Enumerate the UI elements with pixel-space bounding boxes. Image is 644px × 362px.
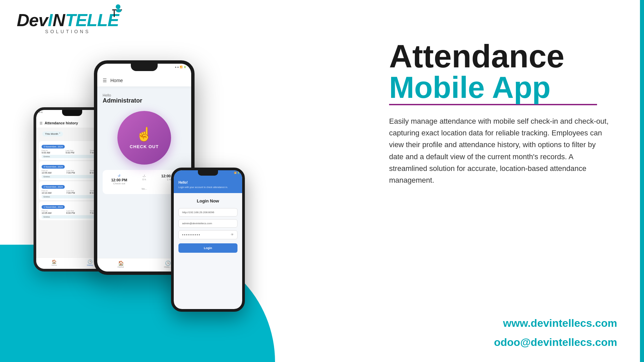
phone-login-notch [198,170,218,176]
footer-links: www.devintellecs.com odoo@devintellecs.c… [494,317,617,349]
entry-date-3: 2 November, 2024 [42,185,65,189]
entry-date-2: 4 November, 2024 [42,165,65,169]
footer-email[interactable]: odoo@devintellecs.com [494,336,617,349]
eye-icon[interactable]: 👁 [231,233,234,236]
logo-n: N [53,10,65,30]
login-status-icons: 📶 🔋 [234,172,239,174]
right-content: Attendance Mobile App Easily manage atte… [389,40,617,186]
entry-date-1: 5 November, 2024 [42,145,65,148]
entries-expand-3[interactable]: Entries▼ [42,195,103,198]
svg-rect-2 [114,10,115,17]
phone-main-notch [131,64,158,71]
main-menu-icon[interactable]: ☰ [103,78,107,83]
description-text: Easily manage attendance with mobile sel… [389,115,610,186]
logo-in: I [48,10,52,30]
menu-icon[interactable]: ☰ [40,121,43,125]
dash-col: -/- 0 h [132,174,157,185]
checkout-time-label: Check out [107,182,132,185]
headline-mobile-app: Mobile App [389,72,617,103]
login-button[interactable]: Login [178,243,237,253]
hand-icon: ☝ [136,126,153,142]
login-password-field[interactable]: •••••••••• 👁 [178,230,237,239]
phone-history-notch [62,110,82,116]
login-title: Login Now [178,198,237,203]
month-filter[interactable]: This Month ˅ [42,131,63,136]
main-header: ☰ Home [97,68,191,86]
checkout-time: 12:00 PM [107,178,132,182]
history-title: Attendance history [45,121,78,125]
main-nav-home[interactable]: 🏠 Home [97,260,144,268]
login-email-field[interactable]: admin@devintellecs.com [178,219,237,228]
phones-area: 9:41 ▲▲ 📶 🔋 ☰ Attendance history This Mo… [10,40,285,342]
login-sub: Login with your account to check attenda… [178,186,237,189]
headline-attendance: Attendance [389,40,617,72]
main-header-title: Home [110,78,123,83]
logo: Dev I N TELLE SOLUTIONS [17,10,119,35]
login-hello: Hello! [178,181,237,184]
entry-date-4: 1 November, 2024 [42,205,65,209]
svg-point-0 [116,4,120,9]
status-time: 9:41 [39,111,43,114]
nav-home[interactable]: 🏠 Home [36,259,72,266]
login-form: Login Now http://192.168.29.208:8096 adm… [174,193,242,258]
phone-login-screen: 📶 🔋 Hello! Login with your account to ch… [174,170,242,309]
entries-expand-4[interactable]: Entries▼ [42,215,103,219]
main-admin-name: Administrator [103,97,186,104]
checkout-button[interactable]: ☝ CHECK OUT [117,111,171,165]
footer-website[interactable]: www.devintellecs.com [494,317,617,329]
checkout-time-col: ↺ 12:00 PM Check out [107,174,132,185]
phone-login: 📶 🔋 Hello! Login with your account to ch… [171,168,245,312]
entries-expand-1[interactable]: Entries▼ [42,155,103,158]
logo-dev: Dev [17,10,48,30]
password-dots: •••••••••• [182,233,231,237]
entries-expand-2[interactable]: Entries▼ [42,175,103,178]
main-hello: Hello [103,93,186,97]
right-accent-bar [640,0,644,362]
checkout-label: CHECK OUT [130,144,159,149]
login-url-field[interactable]: http://192.168.29.208:8096 [178,208,237,217]
svg-point-3 [116,9,121,12]
main-status-icons: ▲▲ 📶 🔋 [174,66,186,68]
login-top-banner: Hello! Login with your account to check … [174,174,242,193]
